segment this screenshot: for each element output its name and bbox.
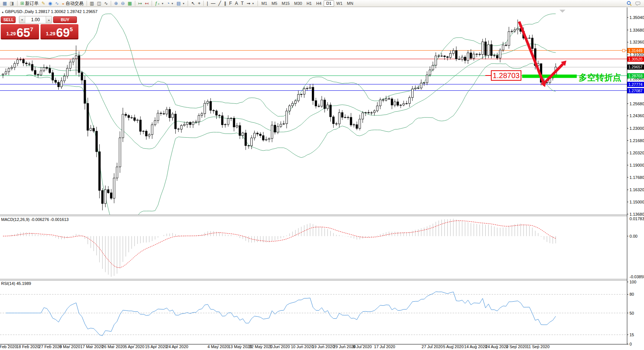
time-axis[interactable]: Feb 202018 Feb 202027 Feb 20208 Mar 2020… xyxy=(0,344,550,349)
date-label: 18 Feb 2020 xyxy=(16,344,39,349)
price-tick-label: 1.13680 xyxy=(630,212,644,216)
candle xyxy=(25,63,27,64)
annotations[interactable]: 1.28703多空转折点 xyxy=(485,22,621,87)
mt-terminal-window: ▦◨⊞新订单✎◉∿◒自动交易▥◫∿⊕⊖▦↦↤ƒ₊▼◔▼▤▼↖+|—╱∥FAT⇝▼… xyxy=(0,0,644,350)
candle xyxy=(230,118,232,119)
candle xyxy=(110,193,112,198)
date-label: 26 Mar 2020 xyxy=(102,344,125,349)
candle xyxy=(5,72,7,74)
candle xyxy=(142,131,144,131)
date-label: 19 Jun 2020 xyxy=(312,344,335,349)
candle xyxy=(8,68,10,72)
candle xyxy=(248,146,250,146)
candle xyxy=(78,56,80,73)
candle xyxy=(67,68,68,76)
chart-shift-marker[interactable] xyxy=(559,10,565,13)
price-tick-label: 1.20320 xyxy=(630,151,644,155)
volume-increase-button[interactable]: ▲ xyxy=(46,16,52,23)
price-tick-label: 1.19000 xyxy=(630,163,644,167)
candle xyxy=(488,45,489,55)
chart-title-text: GBPUSD-,Daily 1.28817 1.30062 1.28742 1.… xyxy=(5,9,98,14)
date-label: 1 Jun 2020 xyxy=(270,344,290,349)
buy-price-base: 1.29 xyxy=(46,31,55,36)
candle xyxy=(496,55,498,58)
candle xyxy=(250,138,252,146)
candle xyxy=(473,54,475,58)
candle xyxy=(426,75,428,83)
candle xyxy=(236,126,238,127)
candle xyxy=(125,114,127,115)
candle xyxy=(14,64,16,67)
candle xyxy=(318,106,320,106)
date-label: Feb 2020 xyxy=(0,344,17,349)
candle xyxy=(452,51,454,54)
candle xyxy=(289,106,291,111)
candle xyxy=(447,57,449,57)
candle xyxy=(476,54,478,54)
candle xyxy=(145,131,147,136)
candle xyxy=(464,57,466,60)
candle xyxy=(435,56,437,65)
candle xyxy=(292,103,294,106)
candle xyxy=(104,190,106,203)
candle xyxy=(98,152,100,190)
volume-input[interactable] xyxy=(25,16,46,23)
candle xyxy=(221,116,223,125)
candle xyxy=(64,76,65,81)
sell-price-box[interactable]: 1.29 65 7 xyxy=(1,24,39,39)
down-trend-arrow[interactable] xyxy=(519,22,543,83)
sell-price-big: 65 xyxy=(16,27,30,38)
candle xyxy=(450,54,452,58)
candle xyxy=(458,59,460,60)
candle xyxy=(198,115,200,122)
candle xyxy=(315,100,317,106)
candle xyxy=(224,124,226,125)
candle xyxy=(408,97,410,103)
candle xyxy=(344,117,346,118)
candle xyxy=(376,106,378,111)
date-label: 27 Feb 2020 xyxy=(39,344,62,349)
volume-decrease-button[interactable]: ▼ xyxy=(19,16,25,23)
candle xyxy=(213,110,214,111)
candle xyxy=(204,103,206,114)
buy-price-box[interactable]: 1.29 69 5 xyxy=(41,24,79,39)
sell-button[interactable]: SELL xyxy=(1,16,16,23)
price-label: 1.28703 xyxy=(628,74,643,78)
rsi-axis-label: 50 xyxy=(630,311,634,315)
candle xyxy=(379,100,381,106)
chart-title: ▴GBPUSD-,Daily 1.28817 1.30062 1.28742 1… xyxy=(2,9,97,14)
candle xyxy=(511,31,513,32)
date-label: 15 Apr 2020 xyxy=(145,344,167,349)
candle xyxy=(134,118,136,121)
macd-label: MACD(12,26,9) -0.006276 -0.001613 xyxy=(1,217,69,222)
price-tick-label: 1.35040 xyxy=(630,15,644,20)
candle xyxy=(356,125,358,128)
price-tick-label: 1.25680 xyxy=(630,102,644,106)
sell-price-base: 1.29 xyxy=(6,31,16,36)
macd-axis-min: -0.038559 xyxy=(630,274,644,279)
macd-signal-line xyxy=(3,221,556,267)
candle xyxy=(406,103,408,104)
hline-handle[interactable] xyxy=(622,49,625,52)
candle xyxy=(373,111,375,113)
candle xyxy=(347,117,349,118)
candle xyxy=(163,113,165,114)
candle xyxy=(517,28,519,29)
candle xyxy=(306,89,308,89)
price-tick-label: 1.16320 xyxy=(630,187,644,192)
candle xyxy=(370,113,372,113)
candle xyxy=(400,105,402,105)
buy-button[interactable]: BUY xyxy=(53,16,77,23)
candle xyxy=(189,122,191,125)
candle xyxy=(139,120,141,131)
candle xyxy=(175,114,177,129)
candle xyxy=(295,101,297,103)
chart-window-icon: ▴ xyxy=(2,10,4,14)
date-label: 4 May 2020 xyxy=(207,344,229,349)
candle xyxy=(119,138,121,167)
candle xyxy=(172,114,174,118)
candle xyxy=(514,30,516,31)
rsi-axis-label: 0 xyxy=(630,342,632,346)
candle xyxy=(245,133,247,145)
candle xyxy=(49,68,51,73)
